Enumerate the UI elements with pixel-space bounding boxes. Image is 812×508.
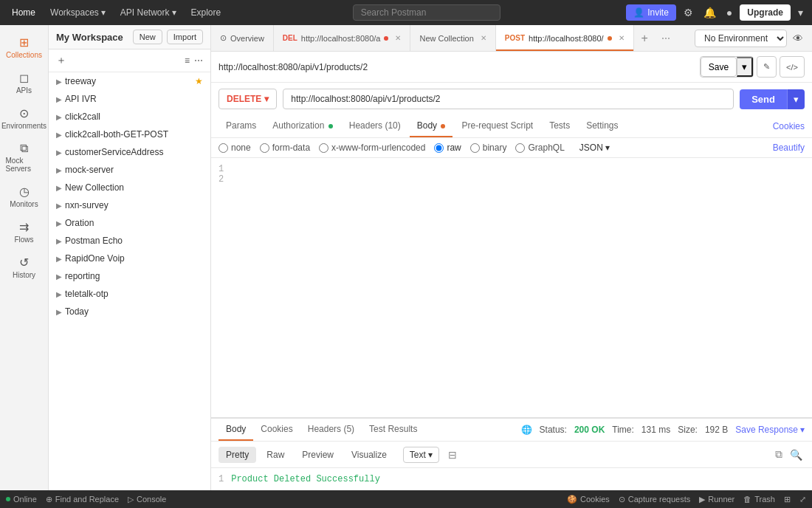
resp-view-preview[interactable]: Preview xyxy=(295,447,341,463)
body-option-urlencoded[interactable]: x-www-form-urlencoded xyxy=(319,143,425,153)
req-tab-authorization[interactable]: Authorization xyxy=(265,115,340,137)
collection-item-today[interactable]: ▶ Today xyxy=(49,303,210,320)
cookies-link[interactable]: Cookies xyxy=(773,121,805,131)
collection-item-api-ivr[interactable]: ▶ API IVR xyxy=(49,90,210,108)
tab-post-request[interactable]: POST http://localhost:8080/ ✕ xyxy=(496,25,634,51)
cookies-bottom-button[interactable]: 🍪 Cookies xyxy=(567,495,610,504)
import-button[interactable]: Import xyxy=(167,30,203,44)
save-button[interactable]: Save xyxy=(701,57,737,77)
collection-item-teletalk[interactable]: ▶ teletalk-otp xyxy=(49,285,210,303)
edit-button[interactable]: ✎ xyxy=(757,56,777,78)
req-tab-body[interactable]: Body xyxy=(410,115,453,137)
environment-select[interactable]: No Environment xyxy=(695,30,787,47)
sidebar-item-apis[interactable]: ◻ APIs xyxy=(3,66,46,99)
grid-icon-button[interactable]: ⊞ xyxy=(784,495,791,504)
profile-icon-button[interactable]: ● xyxy=(723,4,735,21)
list-icon[interactable]: ≡ xyxy=(185,55,190,66)
body-option-graphql[interactable]: GraphQL xyxy=(515,143,564,153)
tab-del-request[interactable]: DEL http://localhost:8080/a ✕ xyxy=(274,25,411,51)
req-tab-headers[interactable]: Headers (10) xyxy=(342,115,408,137)
body-option-form-data[interactable]: form-data xyxy=(260,143,310,153)
collection-item-postman-echo[interactable]: ▶ Postman Echo xyxy=(49,232,210,250)
tab-close-del[interactable]: ✕ xyxy=(395,34,401,42)
collection-item-oration[interactable]: ▶ Oration xyxy=(49,214,210,232)
status-value: 200 OK xyxy=(574,425,605,435)
send-button-group: Send ▾ xyxy=(740,89,805,109)
send-button[interactable]: Send xyxy=(740,89,787,109)
nav-explore[interactable]: Explore xyxy=(185,4,227,21)
req-tab-params[interactable]: Params xyxy=(219,115,264,137)
sidebar-item-mock-servers[interactable]: ⧉ Mock Servers xyxy=(3,137,46,177)
collection-item-click2call[interactable]: ▶ click2call xyxy=(49,108,210,126)
code-editor[interactable]: 1 2 xyxy=(211,158,812,418)
collection-item-new-collection[interactable]: ▶ New Collection xyxy=(49,179,210,196)
upgrade-button[interactable]: Upgrade xyxy=(740,4,791,21)
req-tab-pre-request[interactable]: Pre-request Script xyxy=(454,115,540,137)
resp-view-visualize[interactable]: Visualize xyxy=(344,447,394,463)
sidebar-item-environments[interactable]: ⊙ Environments xyxy=(3,102,46,134)
search-input[interactable] xyxy=(353,4,500,21)
runner-button[interactable]: ▶ Runner xyxy=(699,495,734,504)
tab-new-collection[interactable]: New Collection ✕ xyxy=(410,25,495,51)
collection-item-treeway[interactable]: ▶ treeway ★ xyxy=(49,72,210,90)
nav-api-network[interactable]: API Network ▾ xyxy=(114,4,182,21)
req-tab-tests[interactable]: Tests xyxy=(542,115,577,137)
new-button[interactable]: New xyxy=(133,30,162,44)
add-collection-icon[interactable]: ＋ xyxy=(56,54,66,67)
expand-icon-button[interactable]: ⤢ xyxy=(799,495,806,504)
tab-more-button[interactable]: ⋯ xyxy=(656,33,676,44)
collection-item-reporting[interactable]: ▶ reporting xyxy=(49,267,210,285)
collections-list: ▶ treeway ★ ▶ API IVR ▶ click2call ▶ cli… xyxy=(49,72,210,490)
resp-tab-test-results[interactable]: Test Results xyxy=(362,419,424,441)
settings-icon-button[interactable]: ⚙ xyxy=(681,4,696,21)
nav-home[interactable]: Home xyxy=(6,4,41,21)
collection-item-mock-server[interactable]: ▶ mock-server xyxy=(49,161,210,179)
body-option-none[interactable]: none xyxy=(219,143,251,153)
tab-close-post[interactable]: ✕ xyxy=(619,34,625,42)
new-import-buttons: New Import xyxy=(133,30,203,44)
auth-dot xyxy=(328,124,333,128)
code-view-button[interactable]: </> xyxy=(780,56,805,78)
sidebar-item-flows[interactable]: ⇉ Flows xyxy=(3,216,46,248)
sidebar-item-monitors[interactable]: ◷ Monitors xyxy=(3,180,46,213)
send-dropdown-button[interactable]: ▾ xyxy=(787,89,805,109)
resp-tab-cookies[interactable]: Cookies xyxy=(253,419,300,441)
console-button[interactable]: ▷ Console xyxy=(128,495,166,504)
copy-icon-button[interactable]: ⧉ xyxy=(773,446,785,463)
nav-workspaces[interactable]: Workspaces ▾ xyxy=(44,4,111,21)
resp-text-select[interactable]: Text ▾ xyxy=(403,447,439,463)
collection-item-customer-service[interactable]: ▶ customerServiceAddress xyxy=(49,143,210,161)
environment-settings-icon[interactable]: 👁 xyxy=(790,30,806,47)
find-replace-button[interactable]: ⊕ Find and Replace xyxy=(46,495,119,504)
capture-requests-button[interactable]: ⊙ Capture requests xyxy=(619,495,690,504)
json-format-select[interactable]: JSON ▾ xyxy=(579,143,610,153)
resp-tab-headers[interactable]: Headers (5) xyxy=(300,419,362,441)
add-tab-button[interactable]: + xyxy=(634,32,656,45)
collection-item-click2call-both[interactable]: ▶ click2call-both-GET-POST xyxy=(49,126,210,143)
collection-item-nxn-survey[interactable]: ▶ nxn-survey xyxy=(49,196,210,214)
more-options-icon[interactable]: ⋯ xyxy=(194,55,203,66)
invite-button[interactable]: 👤 Invite xyxy=(626,4,676,21)
resp-tab-body[interactable]: Body xyxy=(219,419,253,441)
search-icon-button[interactable]: 🔍 xyxy=(788,446,805,463)
req-tab-settings[interactable]: Settings xyxy=(579,115,625,137)
notification-icon-button[interactable]: 🔔 xyxy=(701,4,719,21)
save-dropdown-button[interactable]: ▾ xyxy=(737,57,753,77)
body-option-raw[interactable]: raw xyxy=(434,143,461,153)
mock-servers-icon: ⧉ xyxy=(20,142,28,155)
resp-view-pretty[interactable]: Pretty xyxy=(219,447,256,463)
beautify-button[interactable]: Beautify xyxy=(773,143,805,153)
sidebar-item-history[interactable]: ↺ History xyxy=(3,251,46,284)
filter-icon[interactable]: ⊟ xyxy=(448,449,457,461)
sidebar-item-collections[interactable]: ⊞ Collections xyxy=(3,31,46,64)
resp-view-raw[interactable]: Raw xyxy=(259,447,292,463)
tab-overview[interactable]: ⊙ Overview xyxy=(211,25,274,51)
save-response-button[interactable]: Save Response ▾ xyxy=(735,425,805,435)
chevron-down-icon-button[interactable]: ▾ xyxy=(795,4,806,21)
method-select[interactable]: DELETE ▾ xyxy=(219,89,277,109)
trash-button[interactable]: 🗑 Trash xyxy=(743,495,775,504)
collection-item-rapidone[interactable]: ▶ RapidOne Voip xyxy=(49,250,210,267)
body-option-binary[interactable]: binary xyxy=(470,143,507,153)
tab-close-new[interactable]: ✕ xyxy=(481,34,486,42)
url-input[interactable] xyxy=(283,89,734,109)
